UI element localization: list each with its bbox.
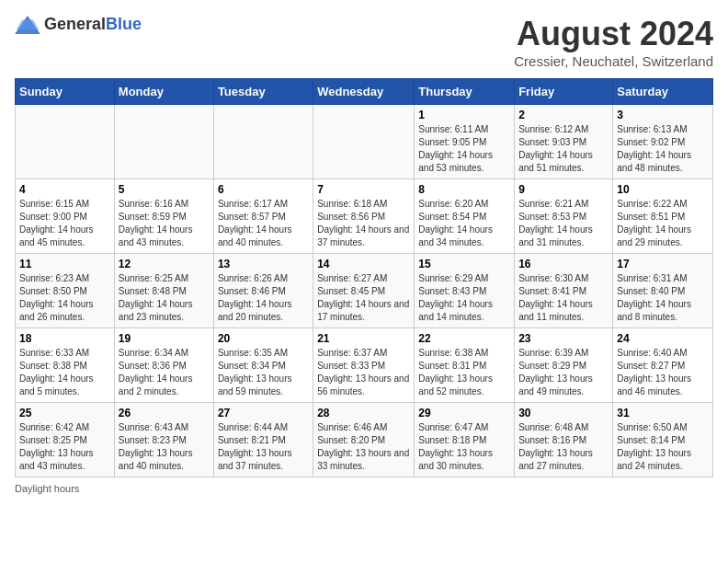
calendar-cell: 7Sunrise: 6:18 AM Sunset: 8:56 PM Daylig… [313,179,415,254]
calendar-cell: 3Sunrise: 6:13 AM Sunset: 9:02 PM Daylig… [613,105,713,179]
title-area: August 2024 Cressier, Neuchatel, Switzer… [514,15,713,69]
calendar-cell: 4Sunrise: 6:15 AM Sunset: 9:00 PM Daylig… [16,179,115,254]
day-number: 14 [317,258,410,270]
day-info: Sunrise: 6:23 AM Sunset: 8:50 PM Dayligh… [19,272,110,324]
calendar-cell [213,105,313,179]
day-info: Sunrise: 6:48 AM Sunset: 8:16 PM Dayligh… [518,421,609,473]
day-number: 8 [418,183,510,196]
day-info: Sunrise: 6:13 AM Sunset: 9:02 PM Dayligh… [617,123,709,175]
day-number: 28 [317,407,410,419]
column-header-thursday: Thursday [415,79,515,105]
calendar-cell: 12Sunrise: 6:25 AM Sunset: 8:48 PM Dayli… [114,254,213,328]
day-number: 30 [518,407,609,419]
calendar-cell: 24Sunrise: 6:40 AM Sunset: 8:27 PM Dayli… [613,328,713,403]
calendar-week-2: 4Sunrise: 6:15 AM Sunset: 9:00 PM Daylig… [16,179,713,254]
logo-text: GeneralBlue [44,15,142,34]
day-number: 23 [518,332,609,345]
day-info: Sunrise: 6:33 AM Sunset: 8:38 PM Dayligh… [19,347,110,398]
column-header-friday: Friday [515,79,613,105]
day-info: Sunrise: 6:27 AM Sunset: 8:45 PM Dayligh… [317,272,410,324]
calendar-cell: 11Sunrise: 6:23 AM Sunset: 8:50 PM Dayli… [16,254,115,328]
day-number: 19 [119,332,210,345]
calendar-cell: 21Sunrise: 6:37 AM Sunset: 8:33 PM Dayli… [313,328,415,403]
day-info: Sunrise: 6:29 AM Sunset: 8:43 PM Dayligh… [418,272,510,324]
day-info: Sunrise: 6:17 AM Sunset: 8:57 PM Dayligh… [218,198,309,249]
day-number: 5 [119,183,210,196]
day-number: 26 [119,407,210,419]
calendar-cell: 25Sunrise: 6:42 AM Sunset: 8:25 PM Dayli… [16,403,115,477]
day-info: Sunrise: 6:21 AM Sunset: 8:53 PM Dayligh… [518,198,609,249]
calendar-cell: 14Sunrise: 6:27 AM Sunset: 8:45 PM Dayli… [313,254,415,328]
calendar-cell: 26Sunrise: 6:43 AM Sunset: 8:23 PM Dayli… [114,403,213,477]
calendar-table: SundayMondayTuesdayWednesdayThursdayFrid… [15,78,713,477]
calendar-week-1: 1Sunrise: 6:11 AM Sunset: 9:05 PM Daylig… [16,105,713,179]
calendar-cell: 10Sunrise: 6:22 AM Sunset: 8:51 PM Dayli… [613,179,713,254]
day-number: 2 [518,109,609,121]
day-info: Sunrise: 6:31 AM Sunset: 8:40 PM Dayligh… [617,272,709,324]
calendar-cell: 17Sunrise: 6:31 AM Sunset: 8:40 PM Dayli… [613,254,713,328]
column-header-monday: Monday [114,79,213,105]
calendar-cell: 8Sunrise: 6:20 AM Sunset: 8:54 PM Daylig… [415,179,515,254]
day-info: Sunrise: 6:44 AM Sunset: 8:21 PM Dayligh… [218,421,309,473]
column-header-saturday: Saturday [613,79,713,105]
day-info: Sunrise: 6:46 AM Sunset: 8:20 PM Dayligh… [317,421,410,473]
calendar-cell: 16Sunrise: 6:30 AM Sunset: 8:41 PM Dayli… [515,254,613,328]
day-number: 6 [218,183,309,196]
day-number: 3 [617,109,709,121]
calendar-cell: 23Sunrise: 6:39 AM Sunset: 8:29 PM Dayli… [515,328,613,403]
day-info: Sunrise: 6:50 AM Sunset: 8:14 PM Dayligh… [617,421,709,473]
day-info: Sunrise: 6:16 AM Sunset: 8:59 PM Dayligh… [119,198,210,249]
day-number: 22 [418,332,510,345]
footer-note: Daylight hours [15,483,713,494]
day-info: Sunrise: 6:30 AM Sunset: 8:41 PM Dayligh… [518,272,609,324]
day-number: 27 [218,407,309,419]
day-info: Sunrise: 6:38 AM Sunset: 8:31 PM Dayligh… [418,347,510,398]
day-info: Sunrise: 6:35 AM Sunset: 8:34 PM Dayligh… [218,347,309,398]
page-header: GeneralBlue August 2024 Cressier, Neucha… [15,15,713,69]
day-info: Sunrise: 6:37 AM Sunset: 8:33 PM Dayligh… [317,347,410,398]
calendar-cell: 29Sunrise: 6:47 AM Sunset: 8:18 PM Dayli… [415,403,515,477]
day-info: Sunrise: 6:42 AM Sunset: 8:25 PM Dayligh… [19,421,110,473]
day-info: Sunrise: 6:15 AM Sunset: 9:00 PM Dayligh… [19,198,110,249]
day-number: 18 [19,332,110,345]
column-header-wednesday: Wednesday [313,79,415,105]
calendar-cell: 15Sunrise: 6:29 AM Sunset: 8:43 PM Dayli… [415,254,515,328]
calendar-cell: 19Sunrise: 6:34 AM Sunset: 8:36 PM Dayli… [114,328,213,403]
day-number: 20 [218,332,309,345]
logo: GeneralBlue [15,15,142,34]
day-info: Sunrise: 6:39 AM Sunset: 8:29 PM Dayligh… [518,347,609,398]
calendar-week-5: 25Sunrise: 6:42 AM Sunset: 8:25 PM Dayli… [16,403,713,477]
day-number: 7 [317,183,410,196]
day-number: 16 [518,258,609,270]
day-info: Sunrise: 6:20 AM Sunset: 8:54 PM Dayligh… [418,198,510,249]
calendar-week-3: 11Sunrise: 6:23 AM Sunset: 8:50 PM Dayli… [16,254,713,328]
calendar-cell: 27Sunrise: 6:44 AM Sunset: 8:21 PM Dayli… [213,403,313,477]
days-header-row: SundayMondayTuesdayWednesdayThursdayFrid… [16,79,713,105]
day-info: Sunrise: 6:22 AM Sunset: 8:51 PM Dayligh… [617,198,709,249]
calendar-cell [16,105,115,179]
column-header-tuesday: Tuesday [213,79,313,105]
day-number: 12 [119,258,210,270]
calendar-cell: 20Sunrise: 6:35 AM Sunset: 8:34 PM Dayli… [213,328,313,403]
day-info: Sunrise: 6:26 AM Sunset: 8:46 PM Dayligh… [218,272,309,324]
day-info: Sunrise: 6:40 AM Sunset: 8:27 PM Dayligh… [617,347,709,398]
day-number: 17 [617,258,709,270]
calendar-cell: 13Sunrise: 6:26 AM Sunset: 8:46 PM Dayli… [213,254,313,328]
calendar-cell: 30Sunrise: 6:48 AM Sunset: 8:16 PM Dayli… [515,403,613,477]
day-info: Sunrise: 6:25 AM Sunset: 8:48 PM Dayligh… [119,272,210,324]
day-info: Sunrise: 6:18 AM Sunset: 8:56 PM Dayligh… [317,198,410,249]
subtitle: Cressier, Neuchatel, Switzerland [514,53,713,69]
calendar-cell: 2Sunrise: 6:12 AM Sunset: 9:03 PM Daylig… [515,105,613,179]
day-info: Sunrise: 6:11 AM Sunset: 9:05 PM Dayligh… [418,123,510,175]
day-number: 9 [518,183,609,196]
calendar-cell: 6Sunrise: 6:17 AM Sunset: 8:57 PM Daylig… [213,179,313,254]
day-number: 1 [418,109,510,121]
day-number: 25 [19,407,110,419]
day-info: Sunrise: 6:34 AM Sunset: 8:36 PM Dayligh… [119,347,210,398]
logo-general: General [44,15,106,33]
day-info: Sunrise: 6:12 AM Sunset: 9:03 PM Dayligh… [518,123,609,175]
main-title: August 2024 [514,15,713,53]
day-number: 29 [418,407,510,419]
calendar-week-4: 18Sunrise: 6:33 AM Sunset: 8:38 PM Dayli… [16,328,713,403]
calendar-cell [114,105,213,179]
